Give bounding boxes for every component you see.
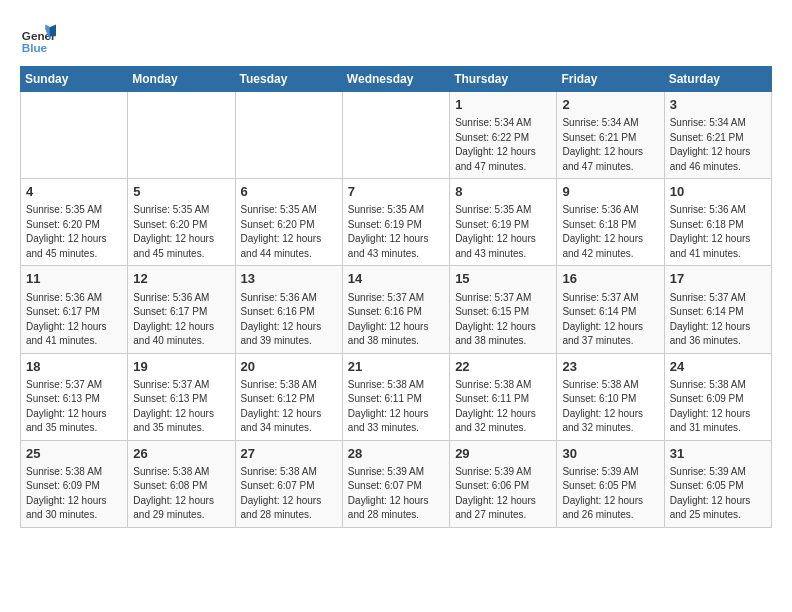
- calendar-cell: 17Sunrise: 5:37 AMSunset: 6:14 PMDayligh…: [664, 266, 771, 353]
- calendar-cell: 21Sunrise: 5:38 AMSunset: 6:11 PMDayligh…: [342, 353, 449, 440]
- calendar-cell: 2Sunrise: 5:34 AMSunset: 6:21 PMDaylight…: [557, 92, 664, 179]
- day-info: Sunrise: 5:36 AMSunset: 6:18 PMDaylight:…: [562, 203, 658, 261]
- calendar-cell: 26Sunrise: 5:38 AMSunset: 6:08 PMDayligh…: [128, 440, 235, 527]
- calendar-cell: 10Sunrise: 5:36 AMSunset: 6:18 PMDayligh…: [664, 179, 771, 266]
- svg-marker-3: [50, 25, 56, 37]
- calendar-table: SundayMondayTuesdayWednesdayThursdayFrid…: [20, 66, 772, 528]
- calendar-cell: [342, 92, 449, 179]
- day-info: Sunrise: 5:35 AMSunset: 6:20 PMDaylight:…: [26, 203, 122, 261]
- day-number: 27: [241, 445, 337, 463]
- day-number: 2: [562, 96, 658, 114]
- calendar-cell: 22Sunrise: 5:38 AMSunset: 6:11 PMDayligh…: [450, 353, 557, 440]
- day-number: 13: [241, 270, 337, 288]
- calendar-cell: [128, 92, 235, 179]
- calendar-cell: 27Sunrise: 5:38 AMSunset: 6:07 PMDayligh…: [235, 440, 342, 527]
- day-info: Sunrise: 5:36 AMSunset: 6:17 PMDaylight:…: [26, 291, 122, 349]
- day-number: 3: [670, 96, 766, 114]
- logo: General Blue: [20, 20, 56, 56]
- day-number: 17: [670, 270, 766, 288]
- day-number: 24: [670, 358, 766, 376]
- day-info: Sunrise: 5:35 AMSunset: 6:20 PMDaylight:…: [241, 203, 337, 261]
- day-info: Sunrise: 5:38 AMSunset: 6:10 PMDaylight:…: [562, 378, 658, 436]
- day-number: 18: [26, 358, 122, 376]
- day-info: Sunrise: 5:36 AMSunset: 6:16 PMDaylight:…: [241, 291, 337, 349]
- calendar-cell: 19Sunrise: 5:37 AMSunset: 6:13 PMDayligh…: [128, 353, 235, 440]
- calendar-cell: 24Sunrise: 5:38 AMSunset: 6:09 PMDayligh…: [664, 353, 771, 440]
- day-number: 14: [348, 270, 444, 288]
- col-header-wednesday: Wednesday: [342, 67, 449, 92]
- calendar-cell: 13Sunrise: 5:36 AMSunset: 6:16 PMDayligh…: [235, 266, 342, 353]
- calendar-cell: 11Sunrise: 5:36 AMSunset: 6:17 PMDayligh…: [21, 266, 128, 353]
- calendar-cell: 5Sunrise: 5:35 AMSunset: 6:20 PMDaylight…: [128, 179, 235, 266]
- day-info: Sunrise: 5:35 AMSunset: 6:20 PMDaylight:…: [133, 203, 229, 261]
- day-number: 22: [455, 358, 551, 376]
- day-info: Sunrise: 5:37 AMSunset: 6:16 PMDaylight:…: [348, 291, 444, 349]
- day-number: 4: [26, 183, 122, 201]
- day-info: Sunrise: 5:39 AMSunset: 6:05 PMDaylight:…: [670, 465, 766, 523]
- day-number: 6: [241, 183, 337, 201]
- calendar-cell: 16Sunrise: 5:37 AMSunset: 6:14 PMDayligh…: [557, 266, 664, 353]
- col-header-sunday: Sunday: [21, 67, 128, 92]
- calendar-cell: 23Sunrise: 5:38 AMSunset: 6:10 PMDayligh…: [557, 353, 664, 440]
- day-number: 16: [562, 270, 658, 288]
- calendar-cell: 8Sunrise: 5:35 AMSunset: 6:19 PMDaylight…: [450, 179, 557, 266]
- calendar-cell: [235, 92, 342, 179]
- logo-icon: General Blue: [20, 20, 56, 56]
- day-number: 28: [348, 445, 444, 463]
- calendar-cell: 3Sunrise: 5:34 AMSunset: 6:21 PMDaylight…: [664, 92, 771, 179]
- day-number: 5: [133, 183, 229, 201]
- day-number: 31: [670, 445, 766, 463]
- col-header-monday: Monday: [128, 67, 235, 92]
- day-info: Sunrise: 5:37 AMSunset: 6:14 PMDaylight:…: [670, 291, 766, 349]
- day-number: 11: [26, 270, 122, 288]
- svg-text:Blue: Blue: [22, 41, 48, 54]
- day-number: 29: [455, 445, 551, 463]
- day-info: Sunrise: 5:38 AMSunset: 6:11 PMDaylight:…: [348, 378, 444, 436]
- col-header-tuesday: Tuesday: [235, 67, 342, 92]
- day-info: Sunrise: 5:38 AMSunset: 6:09 PMDaylight:…: [670, 378, 766, 436]
- day-info: Sunrise: 5:37 AMSunset: 6:13 PMDaylight:…: [26, 378, 122, 436]
- day-number: 10: [670, 183, 766, 201]
- day-info: Sunrise: 5:38 AMSunset: 6:12 PMDaylight:…: [241, 378, 337, 436]
- day-info: Sunrise: 5:38 AMSunset: 6:07 PMDaylight:…: [241, 465, 337, 523]
- day-info: Sunrise: 5:36 AMSunset: 6:17 PMDaylight:…: [133, 291, 229, 349]
- day-info: Sunrise: 5:36 AMSunset: 6:18 PMDaylight:…: [670, 203, 766, 261]
- day-number: 15: [455, 270, 551, 288]
- day-number: 12: [133, 270, 229, 288]
- calendar-cell: 30Sunrise: 5:39 AMSunset: 6:05 PMDayligh…: [557, 440, 664, 527]
- day-number: 9: [562, 183, 658, 201]
- calendar-cell: 4Sunrise: 5:35 AMSunset: 6:20 PMDaylight…: [21, 179, 128, 266]
- day-info: Sunrise: 5:35 AMSunset: 6:19 PMDaylight:…: [455, 203, 551, 261]
- day-number: 7: [348, 183, 444, 201]
- calendar-cell: 29Sunrise: 5:39 AMSunset: 6:06 PMDayligh…: [450, 440, 557, 527]
- day-number: 8: [455, 183, 551, 201]
- day-info: Sunrise: 5:39 AMSunset: 6:05 PMDaylight:…: [562, 465, 658, 523]
- day-info: Sunrise: 5:39 AMSunset: 6:07 PMDaylight:…: [348, 465, 444, 523]
- calendar-cell: 18Sunrise: 5:37 AMSunset: 6:13 PMDayligh…: [21, 353, 128, 440]
- day-number: 20: [241, 358, 337, 376]
- calendar-cell: 9Sunrise: 5:36 AMSunset: 6:18 PMDaylight…: [557, 179, 664, 266]
- day-info: Sunrise: 5:39 AMSunset: 6:06 PMDaylight:…: [455, 465, 551, 523]
- calendar-cell: 25Sunrise: 5:38 AMSunset: 6:09 PMDayligh…: [21, 440, 128, 527]
- day-number: 26: [133, 445, 229, 463]
- day-number: 21: [348, 358, 444, 376]
- day-info: Sunrise: 5:37 AMSunset: 6:13 PMDaylight:…: [133, 378, 229, 436]
- col-header-thursday: Thursday: [450, 67, 557, 92]
- calendar-cell: [21, 92, 128, 179]
- calendar-cell: 1Sunrise: 5:34 AMSunset: 6:22 PMDaylight…: [450, 92, 557, 179]
- day-number: 25: [26, 445, 122, 463]
- calendar-cell: 14Sunrise: 5:37 AMSunset: 6:16 PMDayligh…: [342, 266, 449, 353]
- day-info: Sunrise: 5:37 AMSunset: 6:15 PMDaylight:…: [455, 291, 551, 349]
- calendar-cell: 15Sunrise: 5:37 AMSunset: 6:15 PMDayligh…: [450, 266, 557, 353]
- col-header-saturday: Saturday: [664, 67, 771, 92]
- calendar-cell: 12Sunrise: 5:36 AMSunset: 6:17 PMDayligh…: [128, 266, 235, 353]
- day-info: Sunrise: 5:38 AMSunset: 6:08 PMDaylight:…: [133, 465, 229, 523]
- day-number: 19: [133, 358, 229, 376]
- day-info: Sunrise: 5:34 AMSunset: 6:21 PMDaylight:…: [670, 116, 766, 174]
- day-number: 23: [562, 358, 658, 376]
- day-number: 30: [562, 445, 658, 463]
- day-info: Sunrise: 5:34 AMSunset: 6:21 PMDaylight:…: [562, 116, 658, 174]
- day-info: Sunrise: 5:34 AMSunset: 6:22 PMDaylight:…: [455, 116, 551, 174]
- day-info: Sunrise: 5:38 AMSunset: 6:11 PMDaylight:…: [455, 378, 551, 436]
- day-number: 1: [455, 96, 551, 114]
